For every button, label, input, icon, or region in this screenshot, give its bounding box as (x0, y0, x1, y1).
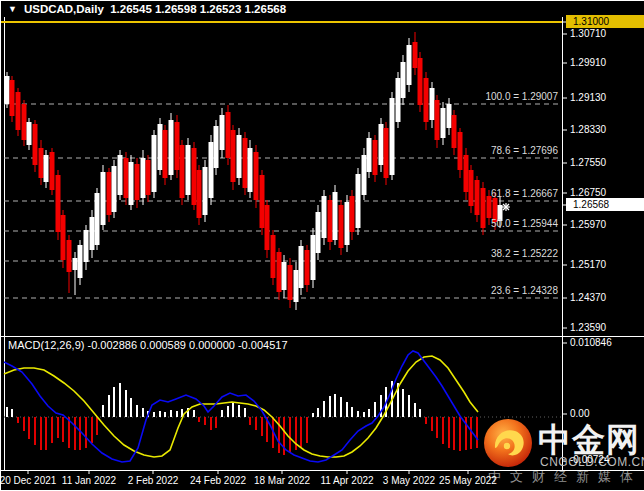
candle-body (56, 175, 61, 232)
chart-title-bar: ▼USDCAD,Daily 1.26545 1.26598 1.26523 1.… (8, 3, 286, 15)
fib-level-label: 50.0 = 1.25944 (491, 218, 558, 230)
bid-price-tag: 1.26568 (566, 198, 644, 211)
macd-indicator-label: MACD(12,26,9) -0.002886 0.000589 0.00000… (8, 339, 288, 351)
candle-body (152, 135, 157, 192)
candle-body (141, 158, 146, 198)
candle-body (112, 166, 117, 212)
candle-body (175, 122, 180, 170)
candle-body (328, 200, 333, 242)
candle-body (430, 88, 435, 120)
fib-level-label: 61.8 = 1.26667 (491, 188, 558, 200)
candle-body (67, 240, 72, 272)
candle-body (356, 174, 361, 228)
macd-axis-label: -0.00724 (570, 454, 609, 466)
candle-body (237, 135, 242, 178)
candle-body (197, 170, 202, 218)
candle-body (464, 155, 469, 192)
candle-body (186, 145, 191, 195)
candle-body (73, 258, 78, 270)
candle-body (424, 78, 429, 122)
candle-body (180, 145, 185, 198)
candle-body (339, 205, 344, 248)
candle-body (367, 138, 372, 172)
date-axis-label: 25 May 2022 (423, 475, 513, 486)
macd-axis-label: 0.010846 (570, 337, 612, 349)
quote-ohlc-values: 1.26545 1.26598 1.26523 1.26568 (110, 3, 286, 15)
candle-body (50, 152, 55, 190)
candle-body (413, 42, 418, 68)
candle-body (33, 124, 38, 165)
fib-level-label: 38.2 = 1.25222 (491, 248, 558, 260)
candle-body (90, 217, 95, 250)
candle-body (44, 155, 49, 182)
candle-body (135, 164, 140, 200)
candle-body (447, 104, 452, 128)
candle-body (226, 112, 231, 158)
candle-body (16, 92, 21, 130)
candle-body (379, 124, 384, 165)
candle-body (22, 104, 27, 140)
candle-body (384, 128, 389, 178)
candle-body (311, 235, 316, 280)
candle-body (124, 158, 129, 198)
candle-body (61, 215, 66, 260)
candle-body (305, 250, 310, 285)
pane-separator[interactable] (0, 336, 644, 337)
cngold-logo-icon (482, 417, 534, 469)
candle-body (27, 122, 32, 145)
candle-body (5, 76, 10, 104)
macd-name: MACD(12,26,9) (8, 339, 84, 351)
fib-level-label: 23.6 = 1.24328 (491, 285, 558, 297)
candle-body (271, 235, 276, 278)
candle-body (163, 130, 168, 178)
candle-body (452, 115, 457, 148)
candle-body (350, 196, 355, 232)
candle-body (84, 230, 89, 262)
symbol-dropdown-icon[interactable]: ▼ (8, 4, 17, 14)
candle-body (288, 265, 293, 300)
candle-body (248, 148, 253, 192)
fib-level-label: 78.6 = 1.27696 (491, 145, 558, 157)
macd-axis-label: 0.00 (570, 408, 589, 420)
candle-body (481, 188, 486, 228)
candle-body (475, 180, 480, 215)
candle-body (78, 245, 83, 278)
candle-body (396, 78, 401, 122)
candle-body (294, 270, 299, 302)
level-price-tag: 1.31000 (566, 15, 644, 28)
candle-body (401, 62, 406, 98)
candle-body (407, 45, 412, 85)
candle-body (333, 192, 338, 240)
candle-body (231, 130, 236, 182)
candle-body (260, 175, 265, 228)
candle-body (39, 148, 44, 178)
candle-body (214, 126, 219, 168)
candle-body (146, 160, 151, 195)
candle-body (243, 138, 248, 188)
fib-level-label: 100.0 = 1.29007 (485, 91, 558, 103)
candle-body (418, 58, 423, 105)
macd-values: -0.002886 0.000589 0.000000 -0.004517 (87, 339, 287, 351)
candle-body (435, 100, 440, 140)
candle-body (316, 212, 321, 253)
mt4-chart-window: ▼USDCAD,Daily 1.26545 1.26598 1.26523 1.… (0, 0, 644, 491)
candle-body (345, 202, 350, 245)
candle-body (192, 148, 197, 205)
candle-body (362, 155, 367, 195)
candle-body (209, 142, 214, 198)
candle-body (158, 124, 163, 170)
candle-body (169, 120, 174, 175)
time-axis-separator (0, 470, 644, 471)
candle-body (373, 140, 378, 175)
candle-body (282, 262, 287, 290)
candle-body (299, 246, 304, 288)
candle-body (458, 132, 463, 170)
candle-body (101, 172, 106, 225)
candle-body (322, 196, 327, 238)
candle-body (118, 155, 123, 195)
candle-body (469, 170, 474, 206)
candle-body (277, 252, 282, 292)
candle-body (107, 172, 112, 215)
candle-body (441, 108, 446, 138)
candle-body (95, 193, 100, 245)
